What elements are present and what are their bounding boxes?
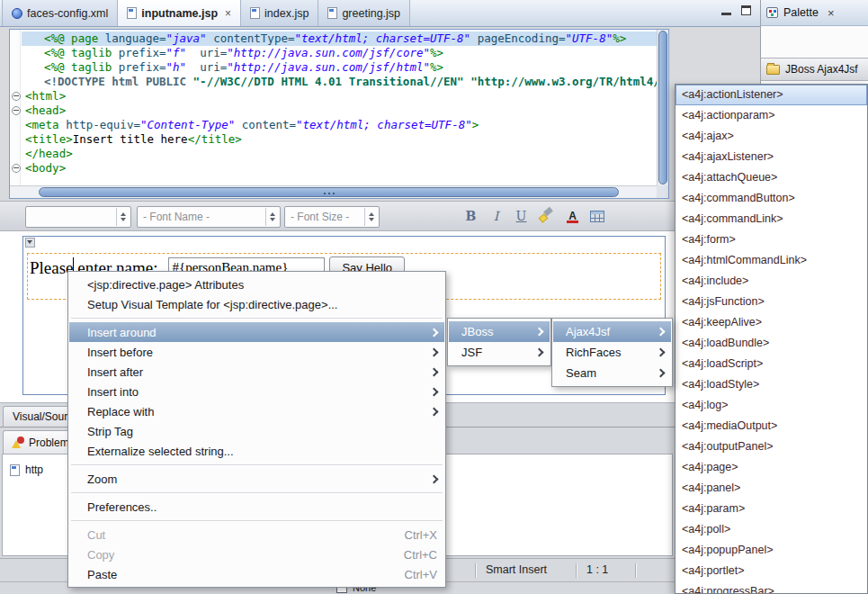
font-name-combo[interactable]: - Font Name - (137, 206, 281, 228)
table-icon[interactable] (590, 211, 604, 222)
combo-spinner-icon[interactable] (265, 208, 279, 226)
palette-item-a4j-page[interactable]: <a4j:page> (676, 457, 867, 478)
palette-item-a4j-ajaxlistener[interactable]: <a4j:ajaxListener> (676, 147, 867, 167)
palette-item-a4j-panel[interactable]: <a4j:panel> (676, 478, 867, 499)
menu-item-insert-around[interactable]: Insert around (69, 322, 444, 342)
problem-item[interactable]: http (10, 464, 43, 476)
submenu-arrow-icon (535, 348, 544, 357)
palette-item-a4j-loadstyle[interactable]: <a4j:loadStyle> (676, 374, 867, 395)
status-separator (576, 563, 577, 578)
palette-item-a4j-popuppanel[interactable]: <a4j:popupPanel> (676, 540, 867, 561)
underline-button[interactable]: U (511, 206, 532, 227)
palette-item-a4j-commandbutton[interactable]: <a4j:commandButton> (676, 188, 867, 209)
highlighter-icon[interactable] (539, 209, 553, 223)
close-palette-icon[interactable]: × (828, 6, 835, 20)
palette-item-a4j-loadbundle[interactable]: <a4j:loadBundle> (676, 333, 867, 354)
palette-drawer-jboss-ajax4jsf[interactable]: JBoss Ajax4Jsf (761, 58, 868, 81)
editor-tab-faces-config-xml[interactable]: faces-config.xml (2, 0, 118, 26)
menu-item-setup-visual-template-for-jsp-directive-page[interactable]: Setup Visual Template for <jsp:directive… (69, 294, 444, 314)
menu-item-insert-into[interactable]: Insert into (69, 382, 444, 401)
palette-item-a4j-attachqueue[interactable]: <a4j:attachQueue> (676, 167, 867, 188)
fold-collapse-icon[interactable] (12, 92, 21, 101)
menu-item-ajax4jsf[interactable]: Ajax4Jsf (553, 321, 671, 342)
palette-item-a4j-outputpanel[interactable]: <a4j:outputPanel> (676, 436, 867, 457)
submenu-arrow-icon (657, 328, 666, 337)
code-line: <meta http-equiv="Content-Type" content=… (22, 118, 657, 132)
palette-item-a4j-log[interactable]: <a4j:log> (676, 395, 867, 416)
code-line: <%@ page language="java" contentType="te… (22, 32, 657, 46)
menu-separator (69, 489, 444, 497)
palette-item-a4j-portlet[interactable]: <a4j:portlet> (676, 561, 867, 581)
fold-collapse-icon[interactable] (12, 164, 21, 173)
editor-tab-inputname-jsp[interactable]: inputname.jsp× (118, 0, 241, 26)
palette-item-a4j-actionparam[interactable]: <a4j:actionparam> (676, 105, 867, 126)
palette-item-a4j-loadscript[interactable]: <a4j:loadScript> (676, 354, 867, 374)
font-color-icon[interactable]: A (565, 207, 580, 225)
palette-item-a4j-actionlistener[interactable]: <a4j:actionListener> (676, 85, 867, 105)
insert-around-submenu: JBossJSF (447, 318, 551, 366)
horizontal-scrollbar-thumb[interactable] (39, 187, 619, 197)
combo-spinner-icon[interactable] (116, 208, 130, 226)
editor-tabbar: faces-config.xmlinputname.jsp×index.jspg… (0, 0, 760, 27)
palette-item-a4j-poll[interactable]: <a4j:poll> (676, 519, 867, 540)
code-line: <title>Insert title here</title> (22, 132, 657, 147)
code-line: <body> (22, 161, 657, 176)
submenu-arrow-icon (657, 369, 666, 378)
menu-item-insert-before[interactable]: Insert before (69, 342, 444, 362)
maximize-icon[interactable] (741, 5, 751, 15)
font-size-combo[interactable]: - Font Size - (284, 206, 380, 228)
palette-item-a4j-commandlink[interactable]: <a4j:commandLink> (676, 209, 867, 230)
font-size-combo-value: - Font Size - (291, 207, 361, 227)
menu-item-zoom[interactable]: Zoom (69, 469, 444, 489)
code-line: </head> (22, 147, 657, 161)
menu-item-externalize-selected-string[interactable]: Externalize selected string... (69, 441, 444, 461)
caret-position-status: 1 : 1 (586, 563, 608, 576)
jboss-submenu: Ajax4JsfRichFacesSeam (551, 318, 673, 387)
submenu-arrow-icon (430, 367, 439, 376)
close-tab-icon[interactable]: × (225, 7, 231, 20)
problem-item-text: http (25, 464, 43, 476)
vertical-scrollbar-thumb[interactable] (658, 31, 667, 184)
menu-item-preferences[interactable]: Preferences.. (69, 497, 444, 517)
menu-item-replace-with[interactable]: Replace with (69, 401, 444, 421)
menu-item-jsp-directive-page-attributes[interactable]: <jsp:directive.page> Attributes (69, 274, 444, 294)
horizontal-scrollbar[interactable] (10, 185, 657, 198)
insert-mode-status: Smart Insert (486, 563, 547, 576)
palette-item-a4j-include[interactable]: <a4j:include> (676, 271, 867, 292)
style-combo-value (31, 207, 112, 227)
palette-item-a4j-keepalive[interactable]: <a4j:keepAlive> (676, 312, 867, 333)
fold-collapse-icon[interactable] (12, 106, 21, 115)
menu-item-paste[interactable]: PasteCtrl+V (69, 564, 444, 584)
palette-item-a4j-progressbar[interactable]: <a4j:progressBar> (676, 581, 867, 594)
combo-spinner-icon[interactable] (364, 208, 378, 226)
palette-item-a4j-param[interactable]: <a4j:param> (676, 499, 867, 519)
palette-header[interactable]: Palette × (761, 0, 868, 26)
style-combo[interactable] (25, 206, 131, 228)
menu-item-jboss[interactable]: JBoss (449, 321, 550, 342)
menu-item-strip-tag[interactable]: Strip Tag (69, 421, 444, 441)
vertical-scrollbar[interactable] (657, 30, 668, 185)
palette-item-a4j-mediaoutput[interactable]: <a4j:mediaOutput> (676, 416, 867, 436)
palette-item-a4j-jsfunction[interactable]: <a4j:jsFunction> (676, 292, 867, 312)
menu-item-copy: CopyCtrl+C (69, 544, 444, 564)
palette-item-a4j-ajax[interactable]: <a4j:ajax> (676, 126, 867, 147)
minimize-icon[interactable] (721, 13, 731, 15)
menu-item-insert-after[interactable]: Insert after (69, 362, 444, 382)
code-area[interactable]: <%@ page language="java" contentType="te… (22, 32, 657, 184)
submenu-arrow-icon (657, 348, 666, 357)
palette-item-a4j-form[interactable]: <a4j:form> (676, 230, 867, 250)
italic-button[interactable]: I (486, 206, 506, 227)
palette-drawer-label: JBoss Ajax4Jsf (785, 63, 858, 76)
bold-button[interactable]: B (461, 206, 481, 227)
source-editor[interactable]: <%@ page language="java" contentType="te… (9, 29, 669, 199)
submenu-arrow-icon (430, 347, 439, 356)
tab-label: index.jsp (264, 7, 309, 20)
editor-tab-index-jsp[interactable]: index.jsp (241, 0, 318, 26)
palette-item-a4j-htmlcommandlink[interactable]: <a4j:htmlCommandLink> (676, 250, 867, 271)
menu-item-seam[interactable]: Seam (553, 363, 671, 383)
submenu-arrow-icon (430, 328, 439, 337)
editor-tab-greeting-jsp[interactable]: greeting.jsp (318, 0, 410, 26)
menu-item-richfaces[interactable]: RichFaces (553, 342, 671, 363)
menu-item-jsf[interactable]: JSF (449, 342, 550, 363)
element-marker-icon[interactable] (25, 238, 35, 248)
